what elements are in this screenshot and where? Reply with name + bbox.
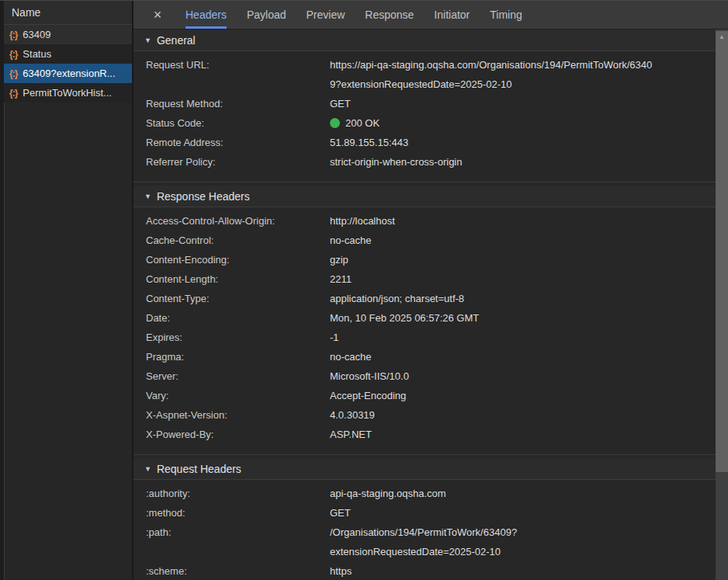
header-value: https <box>330 561 716 580</box>
section-title-label: General <box>157 34 196 47</box>
header-name: Request URL: <box>146 55 330 94</box>
request-row-63409-extensionr-[interactable]: {:}63409?extensionR... <box>4 64 132 83</box>
header-name: Content-Type: <box>146 289 330 308</box>
header-row: Remote Address:51.89.155.15:443 <box>133 133 716 152</box>
header-value: 4.0.30319 <box>330 405 716 425</box>
header-value: Accept-Encoding <box>330 386 716 405</box>
header-name: Expires: <box>146 328 330 347</box>
header-value: ASP.NET <box>330 425 716 444</box>
header-name: Access-Control-Allow-Origin: <box>146 211 330 231</box>
section-header-request-headers[interactable]: ▼Request Headers <box>133 458 716 480</box>
header-value: Microsoft-IIS/10.0 <box>330 366 716 386</box>
header-row: Date:Mon, 10 Feb 2025 06:57:26 GMT <box>133 308 716 328</box>
header-value-text: gzip <box>330 254 348 266</box>
header-name: Server: <box>146 366 330 386</box>
tab-initiator[interactable]: Initiator <box>434 1 470 29</box>
scrollbar-thumb[interactable] <box>716 31 728 472</box>
header-row: Content-Encoding:gzip <box>133 250 716 269</box>
header-value: 51.89.155.15:443 <box>330 133 716 152</box>
header-row: Vary:Accept-Encoding <box>133 386 716 405</box>
header-row: :scheme:https <box>133 561 716 580</box>
section-header-general[interactable]: ▼General <box>133 30 716 51</box>
json-braces-icon: {:} <box>9 49 17 60</box>
header-name: Content-Length: <box>146 269 330 289</box>
header-value-text: -1 <box>330 332 339 343</box>
header-value-text: http://localhost <box>330 215 395 227</box>
tab-response[interactable]: Response <box>365 1 414 29</box>
section-header-response-headers[interactable]: ▼Response Headers <box>133 186 716 207</box>
header-value-text: no-cache <box>330 234 371 246</box>
request-list: {:}63409{:}Status{:}63409?extensionR...{… <box>4 25 132 102</box>
header-value: 2211 <box>330 269 716 289</box>
header-value-text: https://api-qa-staging.oqsha.com/Organis… <box>330 59 652 90</box>
close-icon[interactable]: × <box>144 1 171 29</box>
collapse-triangle-icon: ▼ <box>144 193 151 200</box>
header-value: https://api-qa-staging.oqsha.com/Organis… <box>330 55 716 94</box>
header-value: application/json; charset=utf-8 <box>330 289 716 308</box>
header-name: X-Powered-By: <box>146 425 330 444</box>
header-row: Pragma:no-cache <box>133 347 716 366</box>
header-value: strict-origin-when-cross-origin <box>330 152 716 172</box>
header-value: GET <box>330 94 716 113</box>
tab-payload[interactable]: Payload <box>247 1 286 29</box>
header-value-text: 4.0.30319 <box>330 409 375 421</box>
header-value-text: Microsoft-IIS/10.0 <box>330 370 409 382</box>
header-name: Date: <box>146 308 330 328</box>
header-name: Referrer Policy: <box>146 152 330 172</box>
tab-headers[interactable]: Headers <box>185 1 227 29</box>
request-label: PermitToWorkHist... <box>23 87 112 99</box>
header-value-text: 2211 <box>330 273 352 285</box>
collapse-triangle-icon: ▼ <box>144 36 151 44</box>
section-general: ▼GeneralRequest URL:https://api-qa-stagi… <box>133 30 716 182</box>
devtools-network-panel: Name {:}63409{:}Status{:}63409?extension… <box>0 0 728 580</box>
header-name: Request Method: <box>146 94 330 113</box>
scroll-up-icon[interactable]: ▲ <box>716 31 728 42</box>
header-value: gzip <box>330 250 716 269</box>
json-braces-icon: {:} <box>9 30 17 40</box>
header-value-text: GET <box>330 98 351 109</box>
header-row: :method:GET <box>133 503 716 523</box>
network-request-sidebar: Name {:}63409{:}Status{:}63409?extension… <box>0 1 133 580</box>
header-value-text: GET <box>330 507 351 519</box>
tab-timing[interactable]: Timing <box>490 1 522 29</box>
header-value: -1 <box>330 328 716 347</box>
header-value-text: application/json; charset=utf-8 <box>330 293 464 304</box>
request-label: 63409?extensionR... <box>23 68 115 79</box>
tab-preview[interactable]: Preview <box>307 1 345 29</box>
section-response-headers: ▼Response HeadersAccess-Control-Allow-Or… <box>133 182 716 454</box>
header-value-text: no-cache <box>330 351 371 363</box>
header-value: 200 OK <box>330 113 716 133</box>
section-title-label: Request Headers <box>157 463 241 475</box>
header-row: X-Powered-By:ASP.NET <box>133 425 716 444</box>
status-ok-dot <box>330 118 340 128</box>
header-row: Referrer Policy:strict-origin-when-cross… <box>133 152 716 172</box>
request-label: Status <box>23 48 51 60</box>
request-label: 63409 <box>23 29 50 40</box>
header-row: Cache-Control:no-cache <box>133 231 716 250</box>
name-column-header[interactable]: Name <box>4 1 132 25</box>
section-request-headers: ▼Request Headers:authority:api-qa-stagin… <box>133 454 716 580</box>
header-name: Remote Address: <box>146 133 330 152</box>
vertical-scrollbar[interactable]: ▲ <box>716 30 728 580</box>
header-row: Status Code:200 OK <box>133 113 716 133</box>
header-row: Access-Control-Allow-Origin:http://local… <box>133 211 716 231</box>
header-value-text: api-qa-staging.oqsha.com <box>330 488 446 499</box>
details-tab-bar: × HeadersPayloadPreviewResponseInitiator… <box>133 1 728 30</box>
request-details-panel: × HeadersPayloadPreviewResponseInitiator… <box>133 1 728 580</box>
header-name: Pragma: <box>146 347 330 366</box>
header-name: Content-Encoding: <box>146 250 330 269</box>
header-row: Server:Microsoft-IIS/10.0 <box>133 366 716 386</box>
header-row: Content-Length:2211 <box>133 269 716 289</box>
header-value: /Organisations/194/PermitToWork/63409? e… <box>330 523 716 561</box>
header-value-text: 200 OK <box>345 117 380 129</box>
section-body-response-headers: Access-Control-Allow-Origin:http://local… <box>133 207 716 454</box>
header-row: Request URL:https://api-qa-staging.oqsha… <box>133 55 716 94</box>
section-body-general: Request URL:https://api-qa-staging.oqsha… <box>133 51 716 182</box>
header-row: Content-Type:application/json; charset=u… <box>133 289 716 308</box>
header-value: Mon, 10 Feb 2025 06:57:26 GMT <box>330 308 716 328</box>
request-row-permittoworkhist-[interactable]: {:}PermitToWorkHist... <box>4 83 132 102</box>
header-value-text: https <box>330 565 352 577</box>
request-row-63409[interactable]: {:}63409 <box>4 25 132 44</box>
request-row-status[interactable]: {:}Status <box>4 44 132 64</box>
header-name: Cache-Control: <box>146 231 330 250</box>
